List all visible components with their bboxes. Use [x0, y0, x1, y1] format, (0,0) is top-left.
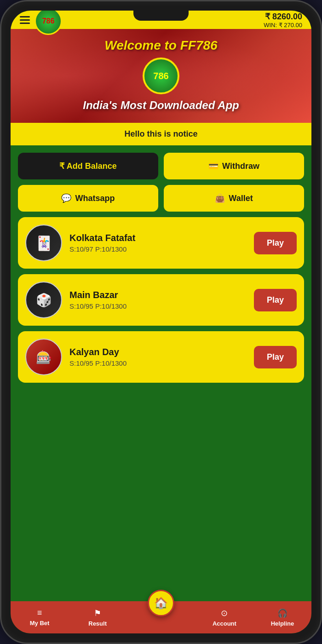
home-icon: 🏠: [154, 597, 168, 610]
kolkata-info: Kolkata Fatafat S:10/97 P:10/1300: [69, 233, 247, 253]
game-card-kolkata: 🃏 Kolkata Fatafat S:10/97 P:10/1300 Play: [18, 217, 304, 269]
whatsapp-icon: 💬: [61, 193, 71, 203]
kolkata-icon: 🃏: [25, 224, 62, 261]
helpline-label: Helpline: [271, 620, 294, 627]
action-row-1: ₹ Add Balance 💳 Withdraw: [18, 153, 304, 179]
phone-screen: 786 ₹ 8260.00 WIN: ₹ 270.00 Welcome to F…: [11, 11, 311, 633]
mainbazar-icon: 🎲: [25, 282, 62, 318]
india-text: India's Most Downloaded App: [18, 99, 304, 112]
kolkata-play-button[interactable]: Play: [254, 232, 297, 254]
game-card-mainbazar: 🎲 Main Bazar S:10/95 P:10/1300 Play: [18, 274, 304, 326]
withdraw-icon: 💳: [208, 161, 218, 171]
account-label: Account: [213, 620, 236, 627]
wallet-label: Wallet: [229, 194, 253, 203]
result-icon: ⚑: [94, 608, 101, 618]
result-label: Result: [88, 620, 107, 627]
kalyan-name: Kalyan Day: [69, 347, 247, 357]
nav-helpline[interactable]: 🎧 Helpline: [253, 604, 311, 631]
withdraw-button[interactable]: 💳 Withdraw: [164, 153, 304, 179]
bottom-nav: ≡ My Bet ⚑ Result ⊙ Account 🎧 Helpline 🏠: [11, 601, 311, 633]
helpline-icon: 🎧: [277, 608, 288, 618]
whatsapp-label: Whatsapp: [75, 194, 115, 203]
notice-bar: Hello this is notice: [11, 123, 311, 145]
mybet-label: My Bet: [30, 620, 50, 627]
add-balance-button[interactable]: ₹ Add Balance: [18, 153, 158, 179]
home-fab-button[interactable]: 🏠: [148, 590, 174, 616]
notice-text: Hello this is notice: [124, 129, 197, 138]
action-row-2: 💬 Whatsapp 👜 Wallet: [18, 185, 304, 212]
center-logo-number: 786: [153, 71, 168, 81]
welcome-text: Welcome to FF786: [18, 38, 304, 53]
nav-account[interactable]: ⊙ Account: [196, 604, 253, 631]
center-logo: 786: [143, 58, 179, 94]
withdraw-label: Withdraw: [222, 161, 259, 171]
mainbazar-info: Main Bazar S:10/95 P:10/1300: [69, 290, 247, 310]
kolkata-name: Kolkata Fatafat: [69, 233, 247, 243]
mainbazar-name: Main Bazar: [69, 290, 247, 300]
logo-number: 786: [42, 17, 55, 25]
add-balance-label: ₹ Add Balance: [59, 161, 116, 171]
header-banner: Welcome to FF786 786 India's Most Downlo…: [11, 29, 311, 123]
kalyan-sub: S:10/95 P:10/1300: [69, 359, 247, 367]
kalyan-play-button[interactable]: Play: [254, 346, 297, 368]
green-filler: [18, 388, 304, 594]
mainbazar-play-button[interactable]: Play: [254, 289, 297, 311]
account-icon: ⊙: [221, 608, 228, 618]
kolkata-sub: S:10/97 P:10/1300: [69, 245, 247, 253]
nav-result[interactable]: ⚑ Result: [69, 604, 126, 631]
hamburger-menu-icon[interactable]: [20, 16, 30, 24]
nav-mybet[interactable]: ≡ My Bet: [11, 604, 69, 630]
main-content: ₹ Add Balance 💳 Withdraw 💬 Whatsapp 👜 Wa…: [11, 145, 311, 601]
wallet-button[interactable]: 👜 Wallet: [164, 185, 304, 212]
wallet-icon: 👜: [215, 193, 225, 203]
phone-frame: 786 ₹ 8260.00 WIN: ₹ 270.00 Welcome to F…: [0, 0, 322, 644]
balance-display: ₹ 8260.00: [264, 12, 302, 22]
kalyan-info: Kalyan Day S:10/95 P:10/1300: [69, 347, 247, 367]
whatsapp-button[interactable]: 💬 Whatsapp: [18, 185, 158, 212]
kalyan-icon: 🎰: [25, 339, 62, 375]
status-bar-right: ₹ 8260.00 WIN: ₹ 270.00: [264, 12, 302, 29]
game-card-kalyan: 🎰 Kalyan Day S:10/95 P:10/1300 Play: [18, 331, 304, 383]
mainbazar-sub: S:10/95 P:10/1300: [69, 302, 247, 310]
win-display: WIN: ₹ 270.00: [264, 22, 302, 29]
mybet-icon: ≡: [37, 608, 42, 618]
notch: [133, 10, 189, 21]
